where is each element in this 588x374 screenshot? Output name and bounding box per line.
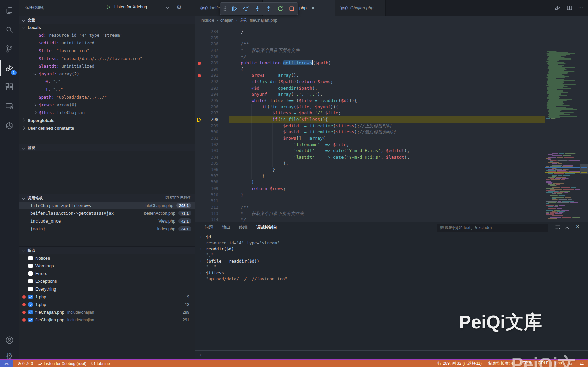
panel-tab[interactable]: 输出 <box>222 222 230 233</box>
code-line[interactable]: 301 $rows[] = array( <box>195 135 545 142</box>
code-line[interactable]: 287 * 获取某个目录下所有文件 <box>195 47 545 54</box>
variable-row[interactable]: Locals <box>19 24 195 31</box>
code-line[interactable]: 306 } <box>195 167 545 173</box>
feedback-icon[interactable]: ☺ <box>569 361 573 366</box>
checkbox-unchecked[interactable] <box>28 264 33 268</box>
maximize-panel-icon[interactable] <box>566 226 568 230</box>
code-line[interactable]: 295 while( false !== ($file = readdir($d… <box>195 98 545 104</box>
code-line[interactable]: 296 if(!in_array($file, $nyunf)){ <box>195 104 545 110</box>
code-line[interactable]: 311 <box>195 198 545 204</box>
minimap[interactable] <box>545 24 580 222</box>
code-line[interactable]: 297 $filess = $path.'/'.$file; <box>195 110 545 116</box>
breakpoints-section-header[interactable]: 断点 <box>19 246 195 254</box>
callstack-section-header[interactable]: 调用堆栈 因 STEP 已暂停 <box>19 194 195 202</box>
extensions-icon[interactable] <box>0 79 19 95</box>
breadcrumb-item[interactable]: chajian <box>220 18 234 23</box>
close-panel-icon[interactable]: × <box>576 224 579 229</box>
panel-tab[interactable]: 终端 <box>239 222 248 233</box>
debug-status[interactable]: Listen for Xdebug (root) <box>38 361 86 366</box>
code-line[interactable]: 304 'lastdt' => date('Y-m-d H:i:s', $las… <box>195 154 545 161</box>
code-line[interactable]: 312 /** <box>195 204 545 211</box>
tabnine-status[interactable]: tabnine <box>91 361 110 366</box>
editor-more-icon[interactable]: ··· <box>578 5 583 11</box>
variable-row[interactable]: $nyunf:array(2) <box>19 70 195 78</box>
code-line[interactable]: 299 $editdt = filectime($filess);//上次修改时… <box>195 123 545 129</box>
checkbox-unchecked[interactable] <box>28 271 33 276</box>
exception-option[interactable]: Everything <box>19 285 195 293</box>
problems-status[interactable]: ⊗ 0 ⚠ 0 <box>18 361 33 366</box>
code-line[interactable]: 302 'filename' => $file, <box>195 142 545 148</box>
variable-row[interactable]: $d:resource id='4' type='stream' <box>19 31 195 39</box>
callstack-frame[interactable]: beifenClassAction->getdatssssAjaxbeifenA… <box>19 209 195 217</box>
code-line[interactable]: 298 if(is_file($filess)){ <box>195 116 545 123</box>
exception-option[interactable]: Exceptions <box>19 277 195 285</box>
variable-row[interactable]: $rows:array(0) <box>19 101 195 109</box>
status-item[interactable]: 行 289, 列 32 (已选择11) <box>438 361 482 366</box>
watch-section-header[interactable]: 监视 <box>19 144 195 151</box>
code-line[interactable]: 284 } <box>195 29 545 35</box>
panel-tab[interactable]: 调试控制台 <box>256 222 277 233</box>
notifications-bell-icon[interactable] <box>580 361 584 366</box>
variable-row[interactable]: $editdt:uninitialized <box>19 39 195 47</box>
variable-row[interactable]: $lastdt:uninitialized <box>19 62 195 70</box>
views-more-icon[interactable]: ··· <box>187 3 194 9</box>
variable-row[interactable]: User defined constants <box>19 124 195 132</box>
code-line[interactable]: 286 /** <box>195 41 545 47</box>
restart-button[interactable] <box>277 6 283 12</box>
search-icon[interactable] <box>0 22 19 38</box>
code-line[interactable]: 314 */ <box>195 217 545 222</box>
stop-button[interactable] <box>289 6 295 12</box>
callstack-frame[interactable]: fileChajian->getfilerowsfileChajian.php2… <box>19 202 195 209</box>
checkbox-checked[interactable] <box>28 310 33 314</box>
step-over-button[interactable] <box>243 6 249 12</box>
panel-tab[interactable]: 问题 <box>205 222 213 233</box>
console-filter-input[interactable] <box>437 224 548 232</box>
checkbox-checked[interactable] <box>28 318 33 322</box>
source-control-icon[interactable] <box>0 41 19 57</box>
remote-explorer-icon[interactable] <box>0 98 19 114</box>
breakpoint-item[interactable]: fileChajian.phpinclude/chajian291 <box>19 316 195 324</box>
code-line[interactable]: 290 { <box>195 66 545 73</box>
step-into-button[interactable] <box>254 6 260 12</box>
editor-scrollbar[interactable] <box>580 24 588 222</box>
variable-row[interactable]: $this:fileChajian <box>19 109 195 116</box>
code-editor[interactable]: 284 }285286 /**287 * 获取某个目录下所有文件288 */28… <box>195 24 545 222</box>
exception-option[interactable]: Warnings <box>19 262 195 270</box>
explorer-icon[interactable] <box>0 3 19 19</box>
run-or-debug-icon[interactable] <box>555 5 561 11</box>
run-debug-icon[interactable]: 1 <box>0 60 19 76</box>
code-line[interactable]: 291 $rows = array(); <box>195 72 545 79</box>
toolbar-drag-grip[interactable] <box>223 6 226 12</box>
code-line[interactable]: 309 return $rows; <box>195 185 545 192</box>
breadcrumb-item[interactable]: include <box>201 18 214 23</box>
code-line[interactable]: 313 * 获取某个目录下所有文件夹 <box>195 211 545 217</box>
status-item[interactable]: CRLF <box>538 361 548 366</box>
package-icon[interactable] <box>0 117 19 134</box>
start-debug-icon[interactable]: ▷ <box>107 4 111 9</box>
status-item[interactable]: UTF-8 <box>520 361 531 366</box>
code-line[interactable]: 308 } <box>195 179 545 185</box>
breakpoint-item[interactable]: 1.php13 <box>19 301 195 308</box>
code-line[interactable]: 310 } <box>195 192 545 198</box>
checkbox-unchecked[interactable] <box>28 287 33 291</box>
variable-row[interactable]: $file:"favicon.ico" <box>19 47 195 55</box>
checkbox-checked[interactable] <box>28 295 33 299</box>
code-line[interactable]: 292 if(!is_dir($path))return $rows; <box>195 79 545 85</box>
variables-section-header[interactable]: 变量 <box>19 16 195 24</box>
code-line[interactable]: 300 $lastdt = filemtime($filess);//最后修改的… <box>195 129 545 135</box>
tab-close-icon[interactable]: × <box>312 5 315 11</box>
callstack-frame[interactable]: include_onceView.php42:1 <box>19 217 195 225</box>
code-line[interactable]: 288 */ <box>195 54 545 60</box>
config-dropdown-chevron-icon[interactable] <box>166 6 169 9</box>
variable-row[interactable]: $path:"upload/data/../../" <box>19 93 195 101</box>
editor-tab[interactable]: phpChajian.php <box>335 0 386 16</box>
clear-console-icon[interactable] <box>555 225 560 230</box>
code-line[interactable]: 305 ); <box>195 160 545 167</box>
continue-button[interactable] <box>231 6 237 12</box>
exception-option[interactable]: Errors <box>19 270 195 277</box>
code-line[interactable]: 294 $nyunf = array('.', '..'); <box>195 91 545 98</box>
variable-row[interactable]: 1:".." <box>19 86 195 93</box>
checkbox-checked[interactable] <box>28 302 33 307</box>
variable-row[interactable]: 0:"." <box>19 78 195 86</box>
status-item[interactable]: 制表符长度: 4 <box>488 361 513 366</box>
